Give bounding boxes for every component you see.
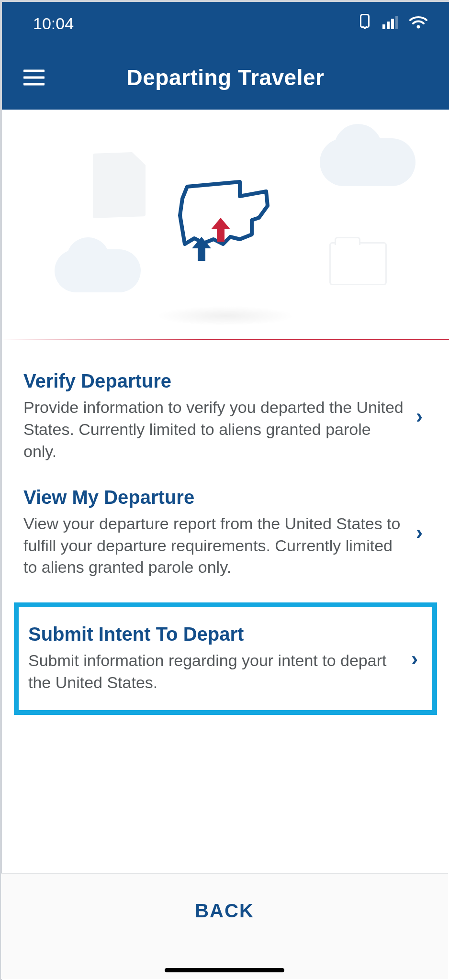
chevron-right-icon: › <box>416 521 427 544</box>
footer-bar: BACK <box>1 873 448 979</box>
divider-accent <box>2 339 449 340</box>
page-title: Departing Traveler <box>2 65 449 90</box>
option-verify-departure[interactable]: Verify Departure Provide information to … <box>21 362 430 478</box>
option-title: Verify Departure <box>23 370 404 392</box>
cloud-icon <box>55 249 141 292</box>
option-description: View your departure report from the Unit… <box>23 513 404 579</box>
svg-rect-0 <box>361 14 369 27</box>
rotate-icon <box>358 13 372 33</box>
svg-point-5 <box>417 25 420 28</box>
wifi-icon <box>409 14 427 33</box>
option-submit-intent-to-depart[interactable]: Submit Intent To Depart Submit informati… <box>14 602 437 715</box>
option-description: Submit information regarding your intent… <box>28 650 399 694</box>
chevron-right-icon: › <box>416 405 427 428</box>
options-list: Verify Departure Provide information to … <box>2 340 449 715</box>
menu-icon[interactable] <box>23 69 45 85</box>
home-indicator[interactable] <box>165 968 284 972</box>
svg-rect-2 <box>387 22 390 29</box>
document-ghost-icon <box>93 152 146 218</box>
app-bar: Departing Traveler <box>2 45 449 110</box>
status-icons <box>358 13 427 33</box>
svg-rect-3 <box>391 19 394 29</box>
cellular-signal-icon <box>382 14 399 33</box>
option-title: Submit Intent To Depart <box>28 624 399 645</box>
folder-ghost-icon <box>329 242 387 285</box>
option-view-my-departure[interactable]: View My Departure View your departure re… <box>21 478 430 594</box>
hero-illustration <box>2 110 449 340</box>
shadow-icon <box>156 306 295 326</box>
option-title: View My Departure <box>23 487 404 508</box>
cloud-icon <box>320 138 415 186</box>
chevron-right-icon: › <box>411 647 423 670</box>
status-time: 10:04 <box>33 14 74 33</box>
svg-rect-4 <box>395 16 398 29</box>
option-description: Provide information to verify you depart… <box>23 397 404 463</box>
svg-rect-1 <box>382 24 385 29</box>
usa-map-icon <box>168 172 283 268</box>
back-button[interactable]: BACK <box>195 900 254 922</box>
status-bar: 10:04 <box>2 2 449 45</box>
